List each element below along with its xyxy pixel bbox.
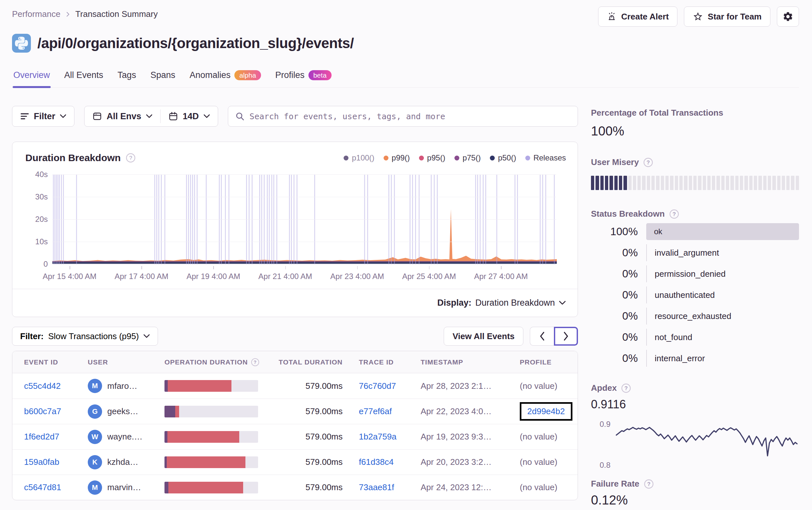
misery-tick	[684, 176, 687, 190]
gridline	[52, 219, 556, 219]
legend-item-p99[interactable]: p99()	[383, 153, 410, 162]
tab-overview[interactable]: Overview	[13, 68, 51, 87]
tab-anomalies[interactable]: Anomaliesalpha	[189, 68, 261, 87]
environment-dropdown[interactable]: All Envs	[85, 106, 160, 126]
trace-id-cell: 76c760d7	[349, 381, 411, 391]
help-icon[interactable]: ?	[126, 153, 136, 163]
event-id-cell: c5647d81	[24, 482, 88, 492]
apdex-sparkline: 0.9 0.8	[591, 419, 799, 468]
settings-button[interactable]	[777, 6, 799, 27]
legend-item-p75[interactable]: p75()	[455, 153, 481, 162]
search-input[interactable]	[250, 112, 571, 121]
event-id-link[interactable]: c55c4d42	[24, 381, 61, 391]
legend-dot	[419, 156, 424, 160]
misery-tick	[740, 176, 743, 190]
event-id-link[interactable]: 1f6ed2d7	[24, 432, 59, 442]
next-page-button[interactable]	[554, 327, 578, 346]
star-for-team-button[interactable]: Star for Team	[684, 6, 771, 27]
help-icon[interactable]: ?	[251, 358, 259, 366]
status-row-resource_exhausted: 0%resource_exhausted	[591, 308, 799, 325]
table-row: 159a0fabKkzhda…579.00msf61d38c4Apr 20, 2…	[12, 449, 578, 475]
misery-tick	[796, 176, 799, 190]
alpha-badge: alpha	[234, 70, 261, 80]
filter-dropdown[interactable]: Filter	[12, 106, 75, 127]
previous-page-button[interactable]	[530, 327, 554, 346]
legend-label: p100()	[352, 153, 374, 162]
operation-duration-bar	[165, 406, 258, 417]
legend-item-p95[interactable]: p95()	[419, 153, 445, 162]
status-breakdown-title: Status Breakdown	[591, 209, 665, 219]
trace-id-link[interactable]: 73aae81f	[359, 482, 394, 492]
gridline	[52, 242, 556, 242]
filter-row: Filter All Envs	[12, 106, 578, 127]
help-icon[interactable]: ?	[644, 479, 654, 489]
status-row-ok: 100%ok	[591, 223, 799, 240]
chevron-left-icon	[539, 332, 546, 341]
apdex-section: Apdex ? 0.9116 0.9 0.8	[591, 383, 799, 468]
event-id-cell: b600c7a7	[24, 407, 88, 416]
avatar: K	[88, 455, 102, 470]
svg-text:?: ?	[254, 359, 257, 364]
trace-id-link[interactable]: 76c760d7	[359, 381, 396, 391]
operation-duration-bar	[165, 431, 258, 443]
table-row: b600c7a7Ggeeks…579.00mse77ef6afApr 22, 2…	[12, 398, 578, 424]
trace-id-link[interactable]: e77ef6af	[359, 407, 392, 416]
events-table: EVENT IDUSEROPERATION DURATION?TOTAL DUR…	[12, 351, 578, 500]
legend-label: p95()	[427, 153, 445, 162]
legend-item-p100[interactable]: p100()	[344, 153, 374, 162]
star-icon	[693, 11, 703, 22]
misery-tick	[591, 176, 594, 190]
tab-all-events[interactable]: All Events	[64, 68, 104, 87]
trace-id-link[interactable]: 1b2a759a	[359, 432, 397, 442]
event-id-link[interactable]: b600c7a7	[24, 407, 61, 416]
tab-profiles[interactable]: Profilesbeta	[275, 68, 332, 87]
misery-tick	[633, 176, 636, 190]
user-name: kzhda…	[107, 457, 138, 467]
misery-tick	[619, 176, 622, 190]
chevron-down-icon	[559, 300, 566, 305]
x-axis-label: Apr 27 4:00 AM	[474, 272, 528, 281]
status-label: invalid_argument	[646, 244, 799, 261]
timestamp-cell: Apr 20, 2023 3:2…	[411, 457, 510, 467]
content: Filter All Envs	[12, 106, 799, 507]
misery-tick	[679, 176, 683, 190]
tab-tags[interactable]: Tags	[117, 68, 137, 87]
chevron-right-icon	[563, 332, 569, 341]
help-icon[interactable]: ?	[669, 209, 679, 219]
tab-spans[interactable]: Spans	[150, 68, 176, 87]
calendar-icon	[168, 112, 178, 121]
beta-badge: beta	[309, 70, 331, 80]
misery-tick	[717, 176, 720, 190]
siren-icon	[607, 12, 617, 22]
failure-rate-value: 0.12%	[591, 493, 799, 507]
x-axis-tick	[501, 266, 501, 269]
event-id-link[interactable]: c5647d81	[24, 482, 61, 492]
gear-icon	[782, 11, 793, 22]
user-name: mfaro…	[107, 381, 137, 391]
status-row-invalid_argument: 0%invalid_argument	[591, 244, 799, 261]
help-icon[interactable]: ?	[643, 157, 653, 167]
profile-link[interactable]: 2d99e4b2	[527, 407, 565, 416]
slow-transactions-filter-dropdown[interactable]: Filter: Slow Transactions (p95)	[12, 327, 158, 346]
avatar: M	[88, 480, 102, 495]
legend-item-p50[interactable]: p50()	[490, 153, 516, 162]
create-alert-button[interactable]: Create Alert	[598, 6, 677, 27]
transaction-summary-page: Performance Transaction Summary Create A…	[0, 0, 812, 510]
status-label: resource_exhausted	[646, 308, 799, 325]
table-header-row: EVENT IDUSEROPERATION DURATION?TOTAL DUR…	[12, 351, 578, 373]
breadcrumb-performance[interactable]: Performance	[12, 9, 60, 19]
event-id-link[interactable]: 159a0fab	[24, 457, 59, 467]
pagination	[530, 327, 578, 346]
status-percent: 0%	[591, 310, 646, 322]
tab-label: All Events	[64, 70, 104, 80]
view-all-events-button[interactable]: View All Events	[444, 327, 523, 346]
display-dropdown[interactable]: Display: Duration Breakdown	[437, 298, 566, 308]
date-range-dropdown[interactable]: 14D	[161, 106, 218, 126]
help-icon[interactable]: ?	[621, 383, 631, 393]
legend-item-Releases[interactable]: Releases	[525, 153, 566, 162]
status-bar: ok	[646, 223, 799, 240]
duration-chart: 40s30s20s10s0	[52, 175, 556, 264]
trace-id-link[interactable]: f61d38c4	[359, 457, 394, 467]
title-row: /api/0/organizations/{organization_slug}…	[12, 34, 799, 53]
misery-tick	[675, 176, 678, 190]
